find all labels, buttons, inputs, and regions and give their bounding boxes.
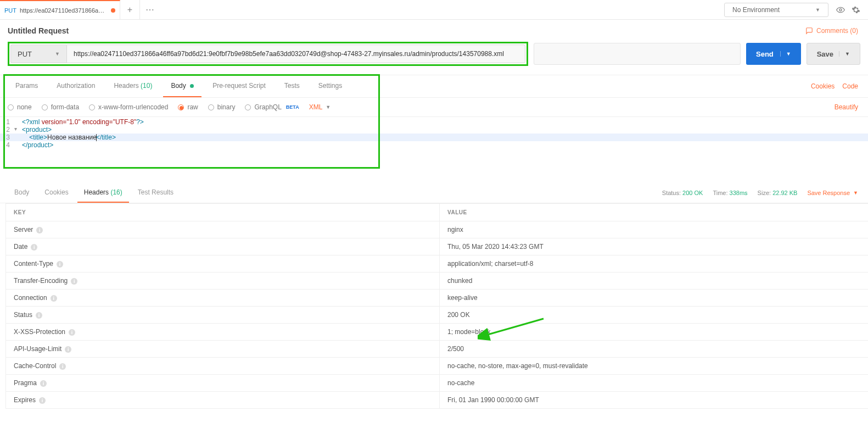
resp-tab-test-results[interactable]: Test Results (131, 183, 180, 203)
method-value: PUT (18, 50, 32, 58)
request-links: Cookies Code (811, 82, 858, 90)
header-key: Serveri (6, 221, 440, 238)
url-input-extension[interactable] (534, 43, 741, 65)
environment-select[interactable]: No Environment ▼ (724, 3, 828, 17)
tab-authorization[interactable]: Authorization (49, 75, 103, 97)
body-format-select[interactable]: XML ▼ (309, 103, 331, 111)
request-tabs: Params Authorization Headers (10) Body P… (8, 75, 350, 97)
beautify-link[interactable]: Beautify (835, 103, 858, 111)
table-row: Connectionikeep-alive (6, 290, 869, 307)
chevron-down-icon[interactable]: ▼ (780, 51, 791, 57)
header-value: nginx (440, 221, 869, 238)
save-button[interactable]: Save ▼ (807, 43, 860, 65)
header-value: keep-alive (440, 290, 869, 307)
tab-pre-request-script[interactable]: Pre-request Script (205, 75, 273, 97)
tab-method: PUT (4, 7, 16, 14)
svg-point-0 (839, 9, 842, 11)
table-row: Content-Typeiapplication/xml; charset=ut… (6, 255, 869, 273)
info-icon: i (31, 244, 37, 251)
headers-label: Headers (114, 82, 138, 90)
body-label: Body (171, 82, 186, 90)
request-tab[interactable]: PUT https://ea0247110ed371866a4… (0, 0, 120, 20)
body-binary-radio[interactable]: binary (208, 103, 236, 111)
unsaved-dot-icon (111, 8, 115, 13)
table-row: Transfer-Encodingichunked (6, 273, 869, 290)
header-value: Fri, 01 Jan 1990 00:00:00 GMT (440, 392, 869, 409)
th-value: VALUE (440, 204, 869, 221)
body-none-radio[interactable]: none (8, 103, 32, 111)
header-key: Datei (6, 238, 440, 255)
body-formdata-radio[interactable]: form-data (42, 103, 79, 111)
cookies-link[interactable]: Cookies (811, 82, 835, 90)
body-graphql-radio[interactable]: GraphQLBETA (245, 103, 299, 111)
send-label: Send (756, 50, 774, 58)
chevron-down-icon[interactable]: ▼ (839, 51, 850, 57)
window-tabs: PUT https://ea0247110ed371866a4… + ⋯ No … (0, 0, 868, 20)
header-value: 2/500 (440, 341, 869, 358)
info-icon: i (36, 312, 42, 319)
tab-options-button[interactable]: ⋯ (140, 0, 160, 20)
chevron-down-icon: ▼ (55, 51, 60, 57)
chevron-down-icon: ▼ (853, 190, 858, 196)
info-icon: i (71, 278, 77, 285)
save-label: Save (817, 50, 833, 58)
body-raw-radio[interactable]: raw (178, 103, 198, 111)
url-value: https://ea0247110ed371866a46ff6a97bd6d21… (74, 50, 504, 58)
info-icon: i (36, 227, 43, 234)
save-response-label: Save Response (807, 190, 850, 196)
comments-button[interactable]: Comments (0) (805, 27, 858, 35)
save-response-button[interactable]: Save Response ▼ (807, 190, 858, 196)
resp-tab-body[interactable]: Body (8, 183, 36, 203)
resp-headers-label: Headers (84, 188, 109, 196)
code-link[interactable]: Code (842, 82, 858, 90)
header-key: Expiresi (6, 392, 440, 409)
status-value: 200 OK (682, 190, 703, 196)
send-button[interactable]: Send ▼ (746, 43, 801, 65)
info-icon: i (40, 380, 47, 387)
table-row: X-XSS-Protectioni1; mode=block (6, 324, 869, 341)
gear-icon (852, 5, 860, 14)
info-icon: i (69, 329, 75, 336)
environment-quicklook-button[interactable] (833, 2, 848, 18)
table-row: API-Usage-Limiti2/500 (6, 341, 869, 358)
table-row: Statusi200 OK (6, 307, 869, 324)
resp-tab-cookies[interactable]: Cookies (38, 183, 75, 203)
tab-settings[interactable]: Settings (311, 75, 350, 97)
header-key: Connectioni (6, 290, 440, 307)
body-xwww-radio[interactable]: x-www-form-urlencoded (89, 103, 168, 111)
tab-params[interactable]: Params (8, 75, 46, 97)
header-key: Content-Typei (6, 255, 440, 273)
eye-icon (836, 5, 845, 14)
table-row: Serveringinx (6, 221, 869, 238)
resp-headers-count: (16) (110, 188, 122, 196)
info-icon: i (51, 295, 57, 302)
environment-label: No Environment (732, 6, 780, 14)
response-tabs: Body Cookies Headers (16) Test Results (8, 183, 180, 203)
info-icon: i (57, 261, 63, 268)
comments-label: Comments (0) (816, 27, 858, 35)
method-select[interactable]: PUT ▼ (10, 45, 66, 63)
chevron-down-icon: ▼ (815, 7, 820, 13)
header-key: Pragmai (6, 375, 440, 392)
header-value: Thu, 05 Mar 2020 14:43:23 GMT (440, 238, 869, 255)
headers-count: (10) (141, 82, 152, 90)
settings-button[interactable] (848, 2, 864, 18)
resp-tab-headers[interactable]: Headers (16) (77, 183, 129, 203)
header-value: no-cache, no-store, max-age=0, must-reva… (440, 358, 869, 375)
body-editor[interactable]: 1<?xml version="1.0" encoding="UTF-8"?> … (0, 117, 868, 166)
table-row: Pragmaino-cache (6, 375, 869, 392)
info-icon: i (65, 346, 71, 353)
body-format-value: XML (309, 103, 323, 111)
header-key: Statusi (6, 307, 440, 324)
tab-tests[interactable]: Tests (277, 75, 307, 97)
tab-body[interactable]: Body (163, 75, 201, 97)
header-value: no-cache (440, 375, 869, 392)
th-key: KEY (6, 204, 440, 221)
table-row: DateiThu, 05 Mar 2020 14:43:23 GMT (6, 238, 869, 255)
new-tab-button[interactable]: + (120, 0, 140, 20)
request-title: Untitled Request (8, 26, 69, 35)
table-row: Cache-Controlino-cache, no-store, max-ag… (6, 358, 869, 375)
url-input[interactable]: https://ea0247110ed371866a46ff6a97bd6d21… (66, 45, 525, 63)
tab-headers[interactable]: Headers (10) (106, 75, 160, 97)
beta-badge: BETA (286, 104, 299, 110)
